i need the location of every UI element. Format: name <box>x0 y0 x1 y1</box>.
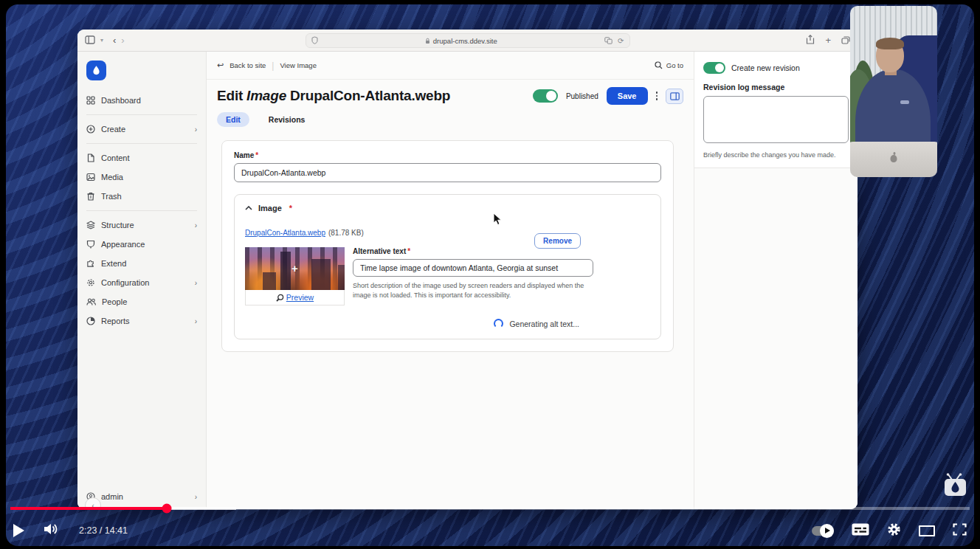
sidebar-item-label: Reports <box>101 317 189 325</box>
channel-watermark[interactable] <box>942 473 969 500</box>
sidebar-item-extend[interactable]: Extend <box>77 254 206 273</box>
back-to-site-link[interactable]: Back to site <box>230 61 266 69</box>
media-icon <box>86 173 95 182</box>
sidebar-item-label: Dashboard <box>101 96 197 105</box>
progress-scrubber[interactable] <box>162 504 171 514</box>
create-revision-label: Create new revision <box>731 63 800 72</box>
chevron-down-icon[interactable]: ▾ <box>100 37 103 44</box>
alt-text-input[interactable] <box>353 259 593 277</box>
create-revision-toggle[interactable] <box>703 62 725 74</box>
reload-icon[interactable]: ⟳ <box>618 37 624 45</box>
remove-button[interactable]: Remove <box>534 233 581 249</box>
sidebar-toggle-icon[interactable] <box>85 34 95 47</box>
admin-toolbar: ↩ Back to site | View Image Go to <box>207 52 694 80</box>
mouse-cursor <box>493 213 503 226</box>
file-link[interactable]: DrupalCon-Atlanta.webp <box>245 229 325 237</box>
tab-revisions[interactable]: Revisions <box>260 112 314 127</box>
sidebar-item-structure[interactable]: Structure › <box>77 215 206 235</box>
name-field-label: Name* <box>234 151 661 159</box>
published-label: Published <box>566 92 598 100</box>
sidebar-item-configuration[interactable]: Configuration › <box>77 273 206 292</box>
magnifier-icon <box>276 294 284 302</box>
video-progress-bar[interactable] <box>10 507 970 510</box>
revision-log-help: Briefly describe the changes you have ma… <box>703 151 849 159</box>
admin-sidebar: Dashboard Create › Content Media <box>77 52 207 509</box>
page-title: EditImageDrupalCon-Atlanta.webp <box>217 88 450 104</box>
sidebar-item-create[interactable]: Create › <box>77 120 206 139</box>
tab-overview-icon[interactable] <box>841 34 850 47</box>
player-control-bar: 2:23 / 14:41 <box>0 515 980 546</box>
entity-tabs: Edit Revisions <box>207 108 694 134</box>
required-asterisk: * <box>255 151 258 159</box>
sidebar-item-dashboard[interactable]: Dashboard <box>77 91 206 110</box>
share-icon[interactable] <box>806 34 815 47</box>
chevron-right-icon: › <box>195 317 197 325</box>
generating-label: Generating alt text... <box>509 320 579 328</box>
goto-label: Go to <box>666 61 683 69</box>
chevron-right-icon: › <box>195 221 197 229</box>
puzzle-icon <box>86 259 95 268</box>
sidebar-item-media[interactable]: Media <box>77 168 206 187</box>
back-button[interactable]: ‹ <box>113 35 116 45</box>
panel-toggle-button[interactable] <box>666 89 683 104</box>
chevron-up-icon[interactable] <box>245 206 252 210</box>
forward-button[interactable]: › <box>121 35 124 45</box>
macbook <box>850 142 937 177</box>
crosshair-cursor: + <box>291 262 298 274</box>
goto-button[interactable]: Go to <box>655 61 683 69</box>
played-segment <box>10 507 167 510</box>
view-image-link[interactable]: View Image <box>280 61 316 69</box>
sidebar-item-label: Configuration <box>101 278 189 287</box>
image-thumbnail: + <box>245 247 345 290</box>
preview-link[interactable]: Preview <box>286 293 314 302</box>
sidebar-item-label: People <box>102 297 197 306</box>
image-section-label: Image <box>258 204 282 213</box>
name-input[interactable] <box>234 163 661 182</box>
sidebar-item-label: Create <box>101 125 189 134</box>
drupal-logo[interactable] <box>86 61 106 80</box>
alt-text-status: Generating alt text... <box>245 319 579 328</box>
published-toggle[interactable] <box>533 89 558 103</box>
sidebar-item-label: Structure <box>101 221 189 229</box>
sidebar-item-label: Appearance <box>101 240 197 249</box>
play-button[interactable] <box>13 524 24 537</box>
sidebar-item-appearance[interactable]: Appearance <box>77 235 206 254</box>
plus-circle-icon <box>86 125 95 134</box>
people-icon <box>86 297 96 306</box>
appearance-icon <box>86 240 95 249</box>
fullscreen-button[interactable] <box>953 523 967 539</box>
autoplay-toggle[interactable] <box>812 526 834 536</box>
save-button[interactable]: Save <box>607 87 648 105</box>
sidebar-item-people[interactable]: People <box>77 292 206 311</box>
revision-log-textarea[interactable] <box>703 96 849 143</box>
sidebar-item-label: Extend <box>101 259 197 268</box>
subtitles-button[interactable] <box>852 523 869 539</box>
privacy-shield-icon[interactable] <box>311 36 318 46</box>
sidebar-item-reports[interactable]: Reports › <box>77 311 206 331</box>
sidebar-item-label: Media <box>101 173 197 182</box>
lock-icon <box>425 38 430 44</box>
search-icon <box>655 61 663 69</box>
sidebar-item-trash[interactable]: Trash <box>77 187 206 206</box>
sidebar-item-label: Content <box>101 153 197 162</box>
volume-button[interactable] <box>44 522 60 539</box>
image-fieldset: Image * DrupalCon-Atlanta.webp (81.78 KB… <box>234 194 661 339</box>
youtube-video-player: ▾ ‹ › drupal-cms.ddev.site ⟳ <box>0 0 980 549</box>
sidebar-item-label: Trash <box>101 192 197 201</box>
tab-edit[interactable]: Edit <box>217 112 249 127</box>
toolbar-divider: | <box>272 61 274 71</box>
more-actions-icon[interactable] <box>656 92 658 100</box>
settings-gear-icon[interactable] <box>887 522 901 539</box>
file-size: (81.78 KB) <box>328 229 364 237</box>
url-text: drupal-cms.ddev.site <box>433 37 497 45</box>
reports-icon <box>86 317 95 325</box>
sidebar-item-content[interactable]: Content <box>77 148 206 168</box>
address-bar[interactable]: drupal-cms.ddev.site ⟳ <box>306 33 630 48</box>
trash-icon <box>86 192 95 201</box>
new-tab-icon[interactable]: + <box>825 35 831 46</box>
theater-mode-button[interactable] <box>919 525 935 536</box>
translate-icon[interactable] <box>604 37 612 44</box>
chevron-right-icon: › <box>195 493 197 501</box>
required-asterisk: * <box>289 204 292 213</box>
sidebar-account-label: admin <box>101 492 189 501</box>
